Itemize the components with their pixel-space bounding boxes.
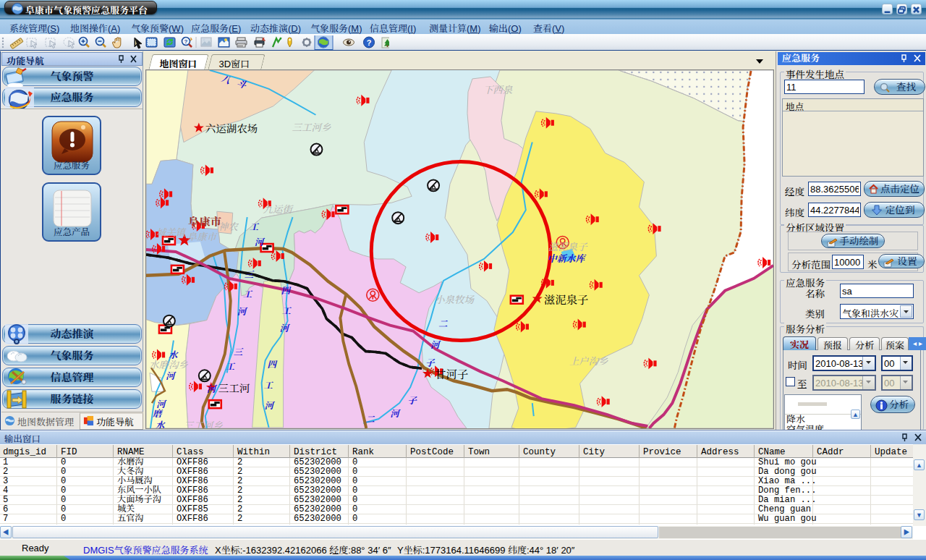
svg-text:工: 工 [264,381,274,391]
svg-text:三工河乡: 三工河乡 [292,122,331,133]
svg-text:工: 工 [282,306,292,316]
svg-text:上户沟乡: 上户沟乡 [569,356,608,367]
svg-text:阜康市: 阜康市 [188,216,221,228]
svg-text:神农: 神农 [218,221,239,232]
svg-text:子: 子 [425,358,436,368]
svg-text:?: ? [367,38,372,47]
svg-text:水: 水 [169,350,179,360]
svg-text:子: 子 [407,396,417,406]
svg-text:三: 三 [234,347,244,357]
svg-text:滋泥泉子: 滋泥泉子 [544,294,589,306]
svg-text:水磨沟乡: 水磨沟乡 [149,360,188,370]
svg-text:三工河乡: 三工河乡 [184,420,223,428]
svg-text:水: 水 [156,420,166,428]
svg-text:六运湖农场: 六运湖农场 [205,123,258,135]
svg-text:工: 工 [250,222,260,232]
svg-text:二: 二 [438,319,448,329]
svg-text:阜康市: 阜康市 [187,232,218,242]
svg-text:?: ? [184,38,188,45]
svg-text:小泉牧场: 小泉牧场 [435,294,475,305]
svg-text:工: 工 [243,289,253,300]
svg-text:滋泥泉子: 滋泥泉子 [548,242,588,253]
svg-text:工: 工 [226,362,236,372]
svg-text:三: 三 [245,270,255,280]
svg-text:城关镇: 城关镇 [156,227,187,238]
svg-text:二: 二 [365,415,375,425]
svg-text:中新水库: 中新水库 [548,253,587,264]
svg-text:三工河: 三工河 [218,383,250,394]
svg-text:甘河子: 甘河子 [435,368,468,381]
svg-text:下西泉: 下西泉 [483,85,513,96]
svg-text:九运街: 九运街 [263,204,294,215]
